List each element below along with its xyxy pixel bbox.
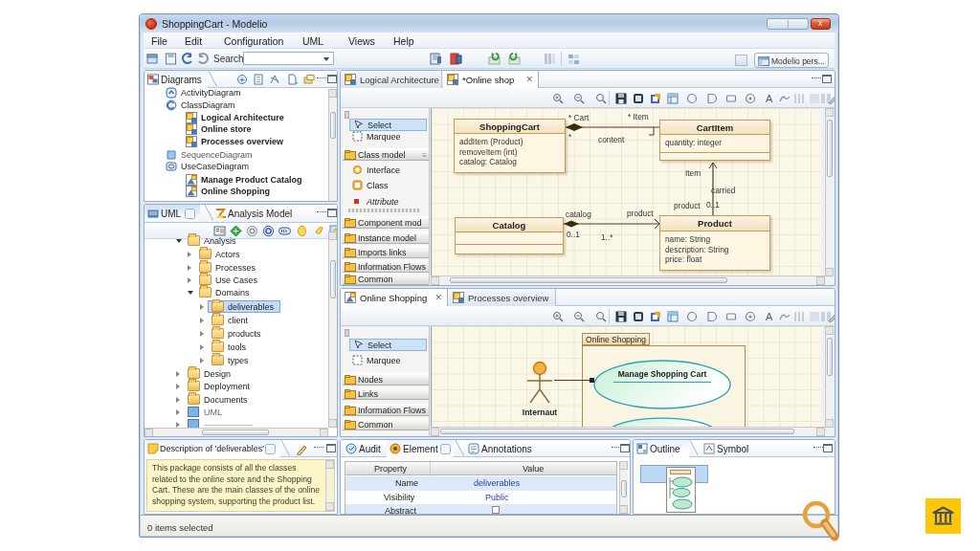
svg-text:Internaut: Internaut: [523, 408, 558, 417]
svg-text:A: A: [766, 93, 773, 104]
svg-text:Manage Shopping Cart: Manage Shopping Cart: [618, 369, 707, 379]
svg-text:A: A: [766, 311, 773, 322]
